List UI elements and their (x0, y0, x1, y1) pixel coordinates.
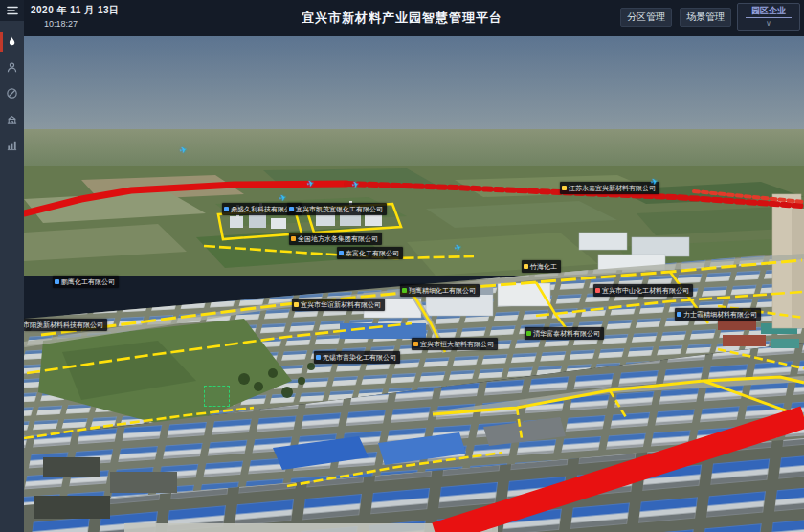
company-marker-icon (524, 264, 528, 269)
current-time: 10:18:27 (44, 19, 78, 29)
company-marker-icon (413, 342, 418, 346)
company-marker-icon (677, 312, 681, 317)
company-marker-icon (402, 288, 407, 293)
scene-management-button[interactable]: 场景管理 (680, 8, 731, 27)
chevron-down-icon: ∨ (766, 19, 771, 28)
user-icon (6, 61, 18, 74)
sidebar-item-personnel[interactable] (0, 55, 24, 80)
sidebar-item-enterprise[interactable] (0, 106, 24, 132)
company-marker-icon (595, 288, 600, 293)
factory-icon (6, 113, 18, 125)
company-label[interactable]: 力士霸精细材料有限公司 (675, 308, 761, 321)
company-marker-icon (339, 251, 344, 255)
company-marker-icon (291, 236, 296, 241)
company-label[interactable]: 宜兴市凯茂宜银化工有限公司 (287, 203, 387, 215)
company-marker-icon (294, 302, 299, 307)
company-label[interactable]: 鹏鹰化工有限公司 (53, 276, 119, 288)
company-label[interactable]: 宜兴市中山化工材料有限公司 (593, 284, 693, 297)
current-date: 2020 年 11 月 13日 (31, 4, 120, 17)
company-label[interactable]: 翔鹰精细化工有限公司 (400, 284, 480, 297)
sidebar-item-menu[interactable] (0, 0, 24, 21)
company-label[interactable]: 宜兴市华谊新材料有限公司 (292, 299, 385, 311)
zone-management-button[interactable]: 分区管理 (620, 8, 672, 27)
page-title: 宜兴市新材料产业园智慧管理平台 (302, 10, 502, 27)
company-label[interactable]: 江苏永嘉宜兴新材料有限公司 (560, 182, 659, 194)
sidebar-item-environment[interactable] (0, 80, 24, 106)
company-marker-icon (289, 207, 294, 211)
company-label[interactable]: 无锡市普染化工有限公司 (314, 351, 400, 364)
company-label[interactable]: 泰富化工有限公司 (337, 247, 403, 259)
dropdown-selected-value: 园区企业 (746, 6, 792, 18)
company-label[interactable]: 宜兴市阳羡新材料科技有限公司 (24, 319, 107, 331)
top-bar: 2020 年 11 月 13日 10:18:27 宜兴市新材料产业园智慧管理平台… (0, 0, 804, 36)
sidebar-item-statistics[interactable] (0, 132, 24, 158)
company-marker-icon (526, 331, 531, 336)
company-label[interactable]: 宜兴市恒大塑料有限公司 (412, 338, 498, 350)
company-label[interactable]: 清华富泰材料有限公司 (525, 327, 604, 340)
company-marker-icon (316, 355, 321, 360)
sidebar-item-alerts[interactable] (0, 29, 24, 55)
globe-icon (6, 87, 18, 100)
distant-land (24, 129, 804, 169)
flame-icon (6, 35, 18, 48)
company-marker-icon (55, 279, 59, 284)
company-label[interactable]: 竹海化工 (522, 260, 561, 273)
company-label[interactable]: 全国地方水务集团有限公司 (289, 233, 382, 245)
bar-chart-icon (6, 139, 18, 151)
menu-icon (6, 4, 19, 17)
app-window: 2020 年 11 月 13日 10:18:27 宜兴市新材料产业园智慧管理平台… (0, 0, 804, 532)
map-3d-viewport[interactable]: 鼎盛久利科技有限公司 宜兴市凯茂宜银化工有限公司 全国地方水务集团有限公司 泰富… (24, 36, 804, 532)
left-toolbar (0, 0, 24, 532)
sky (24, 36, 804, 132)
park-enterprise-dropdown[interactable]: 园区企业 ∨ (737, 3, 800, 31)
company-marker-icon (224, 207, 229, 211)
company-marker-icon (562, 186, 567, 190)
